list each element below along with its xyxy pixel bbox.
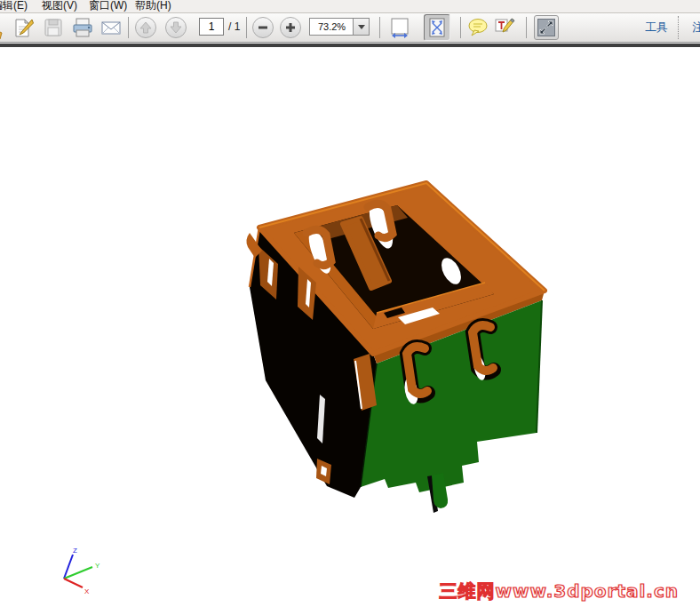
menu-bar: 编辑(E) 视图(V) 窗口(W) 帮助(H)	[0, 0, 700, 13]
toolbar-separator	[526, 17, 527, 38]
sign-pen-icon	[12, 16, 35, 39]
previous-page-button[interactable]	[135, 17, 156, 38]
menu-edit[interactable]: 编辑(E)	[0, 0, 28, 12]
print-icon	[71, 16, 94, 39]
zoom-in-button[interactable]	[280, 17, 301, 38]
fit-width-button[interactable]	[388, 16, 411, 39]
3d-model[interactable]	[246, 183, 545, 513]
toolbar-separator	[379, 17, 380, 38]
page-count: / 1	[228, 20, 240, 33]
z-axis-label: Z	[73, 547, 77, 555]
toolbar-separator	[460, 17, 461, 38]
document-page: Z Y X 三维网www.3dportal.cn	[0, 47, 700, 607]
highlight-text-icon	[493, 16, 516, 39]
toolbar-separator	[246, 17, 247, 38]
highlight-text-button[interactable]	[493, 16, 516, 39]
comment-panel-button-clipped[interactable]: 注释	[692, 20, 700, 36]
menu-view[interactable]: 视图(V)	[42, 0, 77, 12]
email-button[interactable]	[99, 16, 123, 39]
tools-panel-button[interactable]: 工具	[645, 20, 668, 36]
3d-annotation-canvas[interactable]: Z Y X	[0, 47, 700, 607]
sign-pen-button[interactable]	[12, 16, 35, 39]
fit-width-icon	[388, 16, 411, 39]
zoom-out-icon	[257, 21, 269, 34]
zoom-dropdown-icon	[358, 25, 365, 29]
pdf-reader-window: 编辑(E) 视图(V) 窗口(W) 帮助(H)	[0, 0, 700, 607]
create-pdf-clipped-icon[interactable]	[0, 28, 7, 42]
y-axis-label: Y	[95, 562, 100, 570]
fullscreen-button[interactable]	[534, 15, 559, 40]
page-number-input[interactable]	[199, 18, 224, 36]
fit-page-icon	[426, 16, 449, 39]
toolbar-dotted-separator	[678, 16, 679, 39]
zoom-out-button[interactable]	[252, 17, 274, 38]
toolbar-separator	[128, 17, 129, 38]
page-down-icon	[169, 20, 183, 35]
toolbar: / 1 73.2%	[0, 13, 700, 43]
fullscreen-icon	[537, 19, 555, 36]
zoom-level-dropdown[interactable]	[353, 18, 370, 36]
zoom-in-icon	[284, 21, 297, 34]
save-icon	[42, 16, 65, 39]
email-icon	[99, 16, 123, 39]
page-up-icon	[139, 20, 153, 35]
comment-bubble-icon	[466, 16, 489, 39]
axis-triad: Z Y X	[64, 547, 100, 595]
x-axis-line	[64, 579, 83, 587]
comment-button[interactable]	[466, 16, 489, 39]
save-button[interactable]	[42, 16, 65, 39]
x-axis-label: X	[84, 587, 90, 595]
fit-page-button[interactable]	[424, 14, 450, 41]
next-page-button[interactable]	[165, 17, 187, 38]
watermark: 三维网www.3dportal.cn	[439, 579, 679, 603]
menu-window[interactable]: 窗口(W)	[89, 0, 127, 12]
print-button[interactable]	[71, 16, 94, 39]
menu-help[interactable]: 帮助(H)	[135, 0, 171, 12]
zoom-level-value[interactable]: 73.2%	[309, 18, 354, 36]
